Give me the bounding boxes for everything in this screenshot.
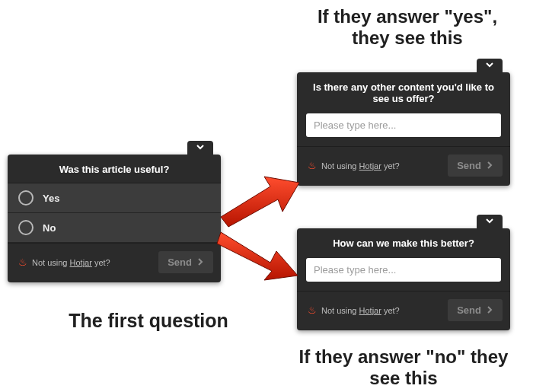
promo-brand: Hotjar [359,161,381,171]
chevron-right-icon [196,257,204,268]
caption-yes-branch: If they answer "yes", they see this [297,6,518,48]
caption-first-question: The first question [42,310,255,332]
caption-no-branch: If they answer "no" they see this [289,346,518,388]
promo-prefix: Not using [321,306,359,315]
option-label: No [43,222,56,234]
promo-link[interactable]: ♨ Not using Hotjar yet? [308,305,400,315]
chevron-down-icon [485,60,494,72]
collapse-tab[interactable] [187,141,213,155]
radio-icon [18,190,34,206]
send-label: Send [457,304,481,316]
send-button[interactable]: Send [448,155,503,177]
send-button[interactable]: Send [448,299,503,321]
promo-prefix: Not using [32,258,70,267]
poll-footer: ♨ Not using Hotjar yet? Send [297,291,510,330]
promo-suffix: yet? [92,258,110,267]
poll-footer: ♨ Not using Hotjar yet? Send [8,243,221,282]
poll-title: Was this article useful? [8,155,221,183]
promo-brand: Hotjar [70,258,92,267]
promo-suffix: yet? [381,161,400,171]
text-input-wrapper [306,258,501,282]
arrow-yes [217,167,301,228]
chevron-down-icon [485,216,494,228]
poll-title: Is there any other content you'd like to… [297,72,510,112]
option-yes[interactable]: Yes [8,183,221,213]
poll-title: How can we make this better? [297,228,510,257]
answer-input[interactable] [306,113,501,137]
answer-input[interactable] [306,258,501,282]
promo-link[interactable]: ♨ Not using Hotjar yet? [308,161,400,171]
chevron-right-icon [486,160,493,171]
chevron-down-icon [196,142,205,154]
poll-footer: ♨ Not using Hotjar yet? Send [297,146,510,186]
poll-first-question: Was this article useful? Yes No ♨ Not us… [8,155,221,282]
poll-yes-followup: Is there any other content you'd like to… [297,72,510,186]
text-input-wrapper [306,113,501,137]
poll-no-followup: How can we make this better? ♨ Not using… [297,228,510,330]
option-label: Yes [43,193,59,204]
option-no[interactable]: No [8,213,221,243]
promo-prefix: Not using [321,161,359,171]
flame-icon: ♨ [18,257,27,267]
arrow-no [217,221,301,289]
send-label: Send [457,160,481,171]
chevron-right-icon [486,304,493,316]
promo-link[interactable]: ♨ Not using Hotjar yet? [18,257,110,267]
send-label: Send [168,257,192,268]
send-button[interactable]: Send [158,251,213,273]
flame-icon: ♨ [308,305,317,315]
promo-brand: Hotjar [359,306,381,315]
collapse-tab[interactable] [477,215,503,228]
promo-suffix: yet? [381,306,400,315]
poll-options: Yes No [8,183,221,243]
flame-icon: ♨ [308,161,317,171]
radio-icon [18,220,34,235]
collapse-tab[interactable] [477,59,503,72]
